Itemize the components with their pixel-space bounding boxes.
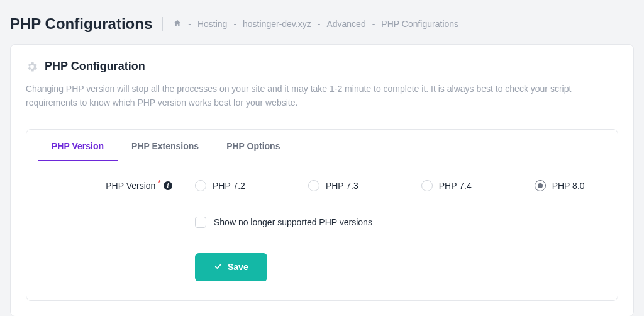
radio-input[interactable]	[308, 180, 319, 191]
inner-card: PHP Version PHP Extensions PHP Options P…	[26, 129, 618, 301]
divider	[162, 17, 163, 31]
breadcrumb-sep: -	[372, 19, 375, 29]
radio-php-8-0[interactable]: PHP 8.0	[535, 180, 585, 191]
radio-group: PHP 7.2 PHP 7.3 PHP 7.4 PHP 8.0	[182, 180, 600, 191]
breadcrumb-item[interactable]: hostinger-dev.xyz	[243, 19, 311, 29]
php-version-row: PHP Version * i PHP 7.2 PHP 7.3	[44, 180, 600, 191]
breadcrumb-sep: -	[233, 19, 236, 29]
radio-label: PHP 7.3	[326, 181, 358, 191]
radio-input[interactable]	[535, 180, 546, 191]
check-icon	[214, 262, 223, 273]
card-title: PHP Configuration	[45, 60, 145, 73]
radio-input[interactable]	[195, 180, 206, 191]
radio-php-7-3[interactable]: PHP 7.3	[308, 180, 358, 191]
tab-php-extensions[interactable]: PHP Extensions	[118, 130, 213, 161]
breadcrumb-item[interactable]: PHP Configurations	[381, 19, 458, 29]
checkbox-row: Show no longer supported PHP versions	[195, 217, 600, 228]
tab-php-options[interactable]: PHP Options	[213, 130, 294, 161]
php-version-label: PHP Version	[106, 181, 155, 191]
required-asterisk: *	[158, 179, 161, 188]
radio-label: PHP 7.4	[439, 181, 472, 191]
tabs: PHP Version PHP Extensions PHP Options	[26, 130, 618, 161]
home-icon[interactable]	[173, 19, 182, 30]
breadcrumb-sep: -	[318, 19, 321, 29]
tab-body: PHP Version * i PHP 7.2 PHP 7.3	[26, 161, 618, 300]
form-label: PHP Version * i	[44, 181, 182, 191]
breadcrumb-sep: -	[188, 19, 191, 29]
radio-php-7-4[interactable]: PHP 7.4	[421, 180, 472, 191]
radio-label: PHP 8.0	[552, 181, 585, 191]
radio-php-7-2[interactable]: PHP 7.2	[195, 180, 245, 191]
tab-php-version[interactable]: PHP Version	[38, 130, 118, 161]
checkbox-label: Show no longer supported PHP versions	[214, 217, 372, 227]
breadcrumb-item[interactable]: Advanced	[326, 19, 365, 29]
save-row: Save	[195, 253, 600, 281]
checkbox-unsupported[interactable]	[195, 217, 206, 228]
breadcrumb-item[interactable]: Hosting	[197, 19, 227, 29]
config-card: PHP Configuration Changing PHP version w…	[10, 44, 634, 316]
gear-icon	[26, 60, 38, 73]
save-button[interactable]: Save	[195, 253, 267, 281]
info-icon[interactable]: i	[164, 181, 172, 190]
save-button-label: Save	[228, 262, 248, 272]
radio-label: PHP 7.2	[213, 181, 245, 191]
breadcrumb: - Hosting - hostinger-dev.xyz - Advanced…	[173, 19, 458, 30]
radio-input[interactable]	[421, 180, 433, 191]
page-title: PHP Configurations	[10, 15, 152, 33]
card-description: Changing PHP version will stop all the p…	[26, 82, 618, 110]
